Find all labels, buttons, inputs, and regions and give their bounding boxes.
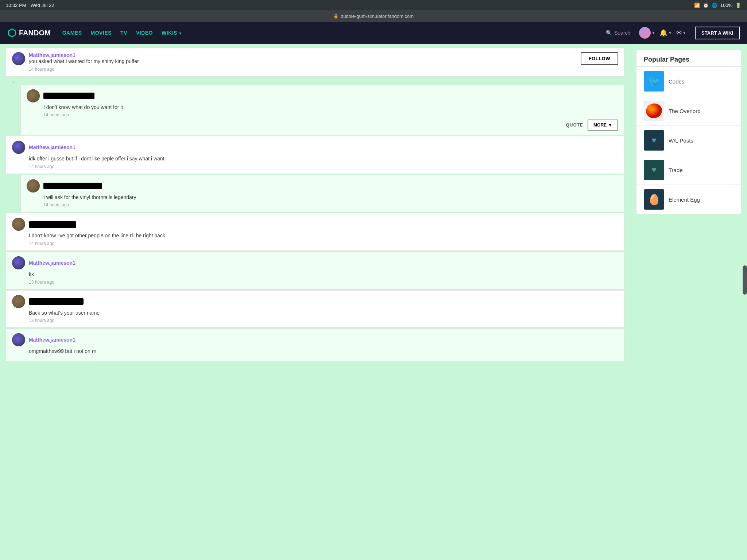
trade-heart-icon: ♥ <box>651 165 656 175</box>
username-1[interactable]: Matthew.jamieson1 <box>29 52 139 58</box>
redacted-username-7 <box>29 298 84 305</box>
avatar-2 <box>27 89 40 102</box>
search-button[interactable]: 🔍 Search <box>606 30 630 36</box>
codes-thumb: 🐦 <box>644 71 664 92</box>
overlord-svg <box>644 101 664 121</box>
alarm-icon: ⏰ <box>703 3 709 8</box>
mail-icon: ✉ <box>676 29 682 37</box>
nav-video[interactable]: VIDEO <box>136 30 153 36</box>
chevron-icon: ⌄ <box>12 79 15 84</box>
redacted-username-2 <box>43 93 94 99</box>
popular-item-trade[interactable]: ♥ Trade <box>636 155 741 185</box>
comment-1: Matthew.jamieson1 you asked what i wante… <box>6 47 624 77</box>
scrollbar[interactable] <box>743 265 747 295</box>
bell-icon: 🔔 <box>659 29 667 37</box>
avatar <box>639 27 651 39</box>
username-3[interactable]: Matthew.jamieson1 <box>29 144 76 150</box>
location-icon: 🌐 <box>712 3 717 8</box>
comment-6: Matthew.jamieson1 kk 13 hours ago <box>6 252 624 289</box>
trade-thumb: ♥ <box>644 160 664 180</box>
notifications-button[interactable]: 🔔 ▼ <box>659 29 672 37</box>
user-avatar-button[interactable]: ▼ <box>639 27 655 39</box>
egg-icon: 🥚 <box>648 194 661 206</box>
status-bar: 10:32 PM Wed Jul 22 📶 ⏰ 🌐 100% 🔋 <box>0 0 747 10</box>
comment-2: I don't know what do you want for it 14 … <box>20 85 624 136</box>
avatar-1 <box>12 52 25 65</box>
mail-chevron: ▼ <box>682 31 686 35</box>
popular-item-overlord[interactable]: The Overlord <box>636 96 741 126</box>
nav-tv[interactable]: TV <box>120 30 127 36</box>
twitter-icon: 🐦 <box>648 75 661 88</box>
wl-thumb: ♥ <box>644 130 664 151</box>
start-wiki-button[interactable]: START A WIKI <box>695 27 740 39</box>
popular-item-name-trade: Trade <box>669 167 683 173</box>
popular-pages-title: Popular Pages <box>636 50 741 67</box>
avatar-3 <box>12 141 25 154</box>
fandom-icon: ⬡ <box>7 27 16 39</box>
comment-text-6: kk <box>29 271 618 278</box>
avatar-chevron: ▼ <box>651 31 655 35</box>
redacted-username-4 <box>43 183 102 189</box>
quote-button[interactable]: QUOTE <box>566 122 583 128</box>
avatar-4 <box>27 179 40 192</box>
popular-item-name-egg: Element Egg <box>669 197 700 203</box>
egg-thumb: 🥚 <box>644 189 664 210</box>
comment-8: Matthew.jamieson1 omgmatthew99 but i not… <box>6 328 624 361</box>
comment-time-4: 14 hours ago <box>43 202 618 207</box>
search-label: Search <box>614 30 630 36</box>
comment-text-5: I don't know I've got other people on th… <box>29 232 618 240</box>
comment-text-2: I don't know what do you want for it <box>43 104 618 111</box>
svg-point-0 <box>645 102 664 120</box>
url: bubble-gum-simulator.fandom.com <box>341 13 414 19</box>
comment-text-3: idk offer i gusse but if i dont like pep… <box>29 155 618 163</box>
popular-item-name-codes: Codes <box>669 78 684 85</box>
comment-text-8: omgmatthew99 but i not on rn <box>29 348 618 355</box>
popular-item-wl[interactable]: ♥ W/L Posts <box>636 126 741 155</box>
comment-time-5: 14 hours ago <box>29 241 618 246</box>
wifi-icon: 📶 <box>694 3 700 8</box>
popular-item-name-wl: W/L Posts <box>669 137 693 144</box>
username-6[interactable]: Matthew.jamieson1 <box>29 260 76 266</box>
popular-item-codes[interactable]: 🐦 Codes <box>636 67 741 96</box>
popular-item-name-overlord: The Overlord <box>669 108 701 114</box>
comment-text-7: Back so what's your user name <box>29 310 618 317</box>
avatar-5 <box>12 218 25 231</box>
collapse-indicator: ⌄ <box>6 77 624 85</box>
logo-text: FANDOM <box>19 29 51 37</box>
avatar-7 <box>12 295 25 308</box>
comment-text-4: I will ask for the vinyl thorntails lege… <box>43 194 618 201</box>
fandom-logo[interactable]: ⬡ FANDOM <box>7 27 51 39</box>
lock-icon: 🔒 <box>333 14 338 19</box>
comment-time-3: 14 hours ago <box>29 164 618 169</box>
battery-icon: 🔋 <box>735 3 741 8</box>
more-button[interactable]: MORE ▼ <box>588 120 618 131</box>
overlord-thumb <box>644 101 664 121</box>
comment-time-2: 14 hours ago <box>43 112 618 117</box>
comment-4: I will ask for the vinyl thorntails lege… <box>20 175 624 213</box>
username-8[interactable]: Matthew.jamieson1 <box>29 337 76 343</box>
sidebar: Popular Pages 🐦 Codes <box>630 44 747 560</box>
comment-time-6: 13 hours ago <box>29 280 618 285</box>
chat-area: Matthew.jamieson1 you asked what i wante… <box>0 44 630 560</box>
url-bar[interactable]: 🔒 bubble-gum-simulator.fandom.com <box>0 10 747 22</box>
search-icon: 🔍 <box>606 30 612 36</box>
nav-games[interactable]: GAMES <box>62 30 82 36</box>
bell-chevron: ▼ <box>668 31 672 35</box>
time: 10:32 PM <box>6 3 26 8</box>
comment-time-1: 14 hours ago <box>29 67 139 72</box>
avatar-6 <box>12 256 25 269</box>
main-layout: Matthew.jamieson1 you asked what i wante… <box>0 44 747 560</box>
nav-movies[interactable]: MOVIES <box>91 30 112 36</box>
popular-pages-card: Popular Pages 🐦 Codes <box>636 50 741 214</box>
redacted-username-5 <box>29 221 76 228</box>
follow-button[interactable]: FOLLOW <box>581 52 618 65</box>
comment-time-7: 13 hours ago <box>29 318 618 323</box>
comment-text-1: you asked what i wanted for my shiny kin… <box>29 58 139 65</box>
battery: 100% <box>720 3 732 8</box>
comment-3: Matthew.jamieson1 idk offer i gusse but … <box>6 136 624 174</box>
messages-button[interactable]: ✉ ▼ <box>676 29 686 37</box>
comment-5: I don't know I've got other people on th… <box>6 213 624 251</box>
nav-wikis[interactable]: WIKIS <box>162 30 182 36</box>
popular-item-egg[interactable]: 🥚 Element Egg <box>636 185 741 214</box>
comment-7: Back so what's your user name 13 hours a… <box>6 290 624 328</box>
